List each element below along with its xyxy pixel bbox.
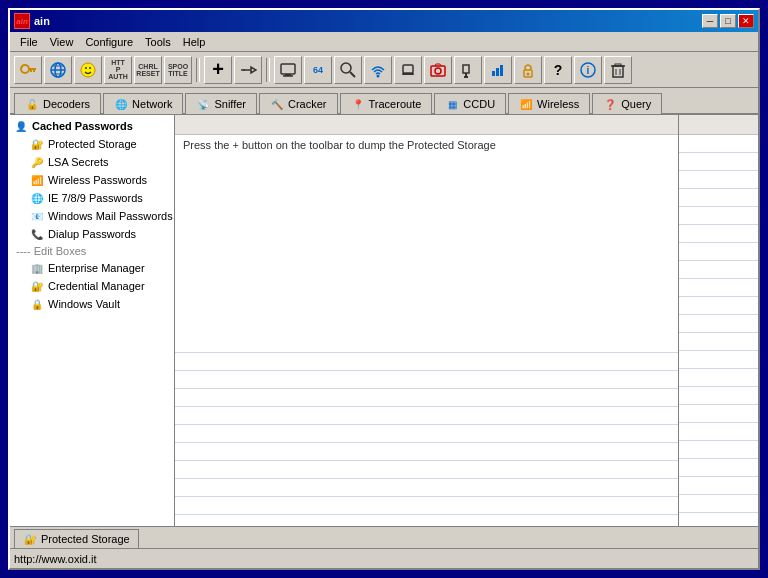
- sidebar-item-lsa-secrets[interactable]: 🔑 LSA Secrets: [12, 153, 172, 171]
- sidebar-label-wireless: Wireless Passwords: [48, 174, 147, 186]
- tab-wireless[interactable]: 📶 Wireless: [508, 93, 590, 114]
- menu-view[interactable]: View: [44, 34, 80, 50]
- toolbar-globe-btn[interactable]: [44, 56, 72, 84]
- svg-rect-3: [30, 70, 32, 72]
- category-label: Cached Passwords: [32, 120, 133, 132]
- svg-point-11: [89, 67, 91, 69]
- sidebar-label-protected: Protected Storage: [48, 138, 137, 150]
- toolbar-monitor-btn[interactable]: [274, 56, 302, 84]
- tab-decoders[interactable]: 🔓 Decoders: [14, 93, 101, 114]
- svg-rect-20: [402, 73, 414, 75]
- svg-text:i: i: [587, 65, 590, 76]
- tab-ccdu[interactable]: ▦ CCDU: [434, 93, 506, 114]
- lsa-icon: 🔑: [30, 155, 44, 169]
- sidebar-item-credential[interactable]: 🔐 Credential Manager: [12, 277, 172, 295]
- sidebar-label-mail: Windows Mail Passwords: [48, 210, 173, 222]
- toolbar-plugin-btn[interactable]: [454, 56, 482, 84]
- window-title: ain: [34, 15, 50, 27]
- menubar: File View Configure Tools Help: [10, 32, 758, 52]
- maximize-button[interactable]: □: [720, 14, 736, 28]
- svg-rect-26: [492, 71, 495, 76]
- sniffer-icon: 📡: [196, 97, 210, 111]
- toolbar-spool-btn[interactable]: SPOOTITLE: [164, 56, 192, 84]
- toolbar: HTTPAUTH CHRLRESET SPOOTITLE + 64: [10, 52, 758, 88]
- toolbar-arrow-btn[interactable]: [234, 56, 262, 84]
- sidebar-label-ie: IE 7/8/9 Passwords: [48, 192, 143, 204]
- protected-storage-icon: 🔐: [30, 137, 44, 151]
- sidebar-label-vault: Windows Vault: [48, 298, 120, 310]
- toolbar-smiley-btn[interactable]: [74, 56, 102, 84]
- titlebar: ain ain ─ □ ✕: [10, 10, 758, 32]
- decoders-icon: 🔓: [25, 97, 39, 111]
- toolbar-wifi-btn[interactable]: [364, 56, 392, 84]
- svg-point-0: [21, 65, 29, 73]
- svg-rect-1: [28, 68, 36, 70]
- toolbar-help-btn[interactable]: ?: [544, 56, 572, 84]
- sidebar-item-wireless-passwords[interactable]: 📶 Wireless Passwords: [12, 171, 172, 189]
- tab-query-label: Query: [621, 98, 651, 110]
- tab-cracker[interactable]: 🔨 Cracker: [259, 93, 338, 114]
- minimize-button[interactable]: ─: [702, 14, 718, 28]
- sidebar-item-windows-vault[interactable]: 🔒 Windows Vault: [12, 295, 172, 313]
- svg-point-10: [85, 67, 87, 69]
- sidebar-item-dialup[interactable]: 📞 Dialup Passwords: [12, 225, 172, 243]
- bottom-tab-icon: 🔐: [23, 532, 37, 546]
- svg-line-17: [350, 72, 355, 77]
- sidebar-item-protected-storage[interactable]: 🔐 Protected Storage: [12, 135, 172, 153]
- toolbar-http-btn[interactable]: HTTPAUTH: [104, 56, 132, 84]
- toolbar-key-btn[interactable]: [14, 56, 42, 84]
- svg-rect-35: [615, 64, 621, 66]
- wireless-pw-icon: 📶: [30, 173, 44, 187]
- right-panel: [678, 115, 758, 526]
- toolbar-search-btn[interactable]: [334, 56, 362, 84]
- query-icon: ❓: [603, 97, 617, 111]
- tab-network[interactable]: 🌐 Network: [103, 93, 183, 114]
- menu-tools[interactable]: Tools: [139, 34, 177, 50]
- tab-sniffer[interactable]: 📡 Sniffer: [185, 93, 257, 114]
- toolbar-sep1: [196, 58, 200, 82]
- menu-file[interactable]: File: [14, 34, 44, 50]
- tab-wireless-label: Wireless: [537, 98, 579, 110]
- toolbar-check-btn[interactable]: CHRLRESET: [134, 56, 162, 84]
- toolbar-chart-btn[interactable]: [484, 56, 512, 84]
- mail-icon: 📧: [30, 209, 44, 223]
- sidebar-item-ie-passwords[interactable]: 🌐 IE 7/8/9 Passwords: [12, 189, 172, 207]
- status-url: http://www.oxid.it: [14, 553, 97, 565]
- sidebar-category-cached[interactable]: 👤 Cached Passwords: [12, 117, 172, 135]
- sidebar-label-credential: Credential Manager: [48, 280, 145, 292]
- toolbar-laptop-btn[interactable]: [394, 56, 422, 84]
- sidebar-item-windows-mail[interactable]: 📧 Windows Mail Passwords: [12, 207, 172, 225]
- sidebar: 👤 Cached Passwords 🔐 Protected Storage 🔑…: [10, 115, 175, 526]
- titlebar-left: ain ain: [14, 13, 50, 29]
- menu-help[interactable]: Help: [177, 34, 212, 50]
- statusbar: http://www.oxid.it: [10, 548, 758, 568]
- toolbar-info-btn[interactable]: i: [574, 56, 602, 84]
- content-body: Press the + button on the toolbar to dum…: [175, 135, 678, 335]
- bottom-tabbar: 🔐 Protected Storage: [10, 526, 758, 548]
- tab-ccdu-label: CCDU: [463, 98, 495, 110]
- svg-point-16: [341, 63, 351, 73]
- cracker-icon: 🔨: [270, 97, 284, 111]
- tab-traceroute-label: Traceroute: [369, 98, 422, 110]
- sidebar-item-enterprise[interactable]: 🏢 Enterprise Manager: [12, 259, 172, 277]
- sidebar-label-lsa: LSA Secrets: [48, 156, 109, 168]
- lined-area: [175, 335, 678, 527]
- close-button[interactable]: ✕: [738, 14, 754, 28]
- svg-rect-2: [33, 70, 35, 72]
- bottom-tab-protected-storage[interactable]: 🔐 Protected Storage: [14, 529, 139, 548]
- right-panel-header: [679, 115, 758, 135]
- tab-traceroute[interactable]: 📍 Traceroute: [340, 93, 433, 114]
- tab-sniffer-label: Sniffer: [214, 98, 246, 110]
- toolbar-trash-btn[interactable]: [604, 56, 632, 84]
- tab-query[interactable]: ❓ Query: [592, 93, 662, 114]
- menu-configure[interactable]: Configure: [79, 34, 139, 50]
- toolbar-camera-btn[interactable]: [424, 56, 452, 84]
- wireless-icon: 📶: [519, 97, 533, 111]
- toolbar-lock-btn[interactable]: [514, 56, 542, 84]
- svg-rect-28: [500, 65, 503, 76]
- svg-rect-33: [613, 66, 623, 77]
- toolbar-add-btn[interactable]: +: [204, 56, 232, 84]
- svg-point-18: [377, 74, 380, 77]
- toolbar-64-btn[interactable]: 64: [304, 56, 332, 84]
- titlebar-buttons: ─ □ ✕: [702, 14, 754, 28]
